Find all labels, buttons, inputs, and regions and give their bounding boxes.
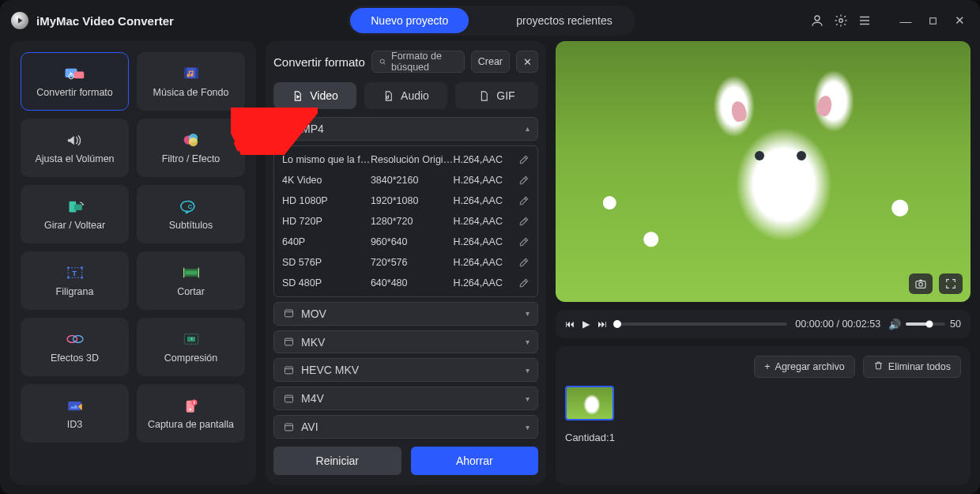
save-button[interactable]: Ahorrar [411, 447, 539, 475]
volume-slider[interactable] [906, 322, 945, 326]
preset-name: HD 1080P [282, 195, 371, 206]
fullscreen-button[interactable] [939, 273, 963, 294]
svg-rect-7 [184, 68, 187, 79]
svg-rect-23 [185, 271, 197, 275]
edit-preset-icon[interactable] [512, 175, 530, 186]
recent-projects-tab[interactable]: proyectos recientes [496, 8, 632, 33]
snapshot-button[interactable] [909, 273, 933, 294]
tool-id3[interactable]: ID3 [21, 384, 129, 443]
delete-all-button[interactable]: Eliminar todos [863, 356, 961, 378]
preset-codec: H.264,AAC [453, 195, 512, 206]
tool-cut[interactable]: Cortar [137, 251, 245, 310]
volume-icon [63, 131, 87, 149]
format-group-hevc-mkv[interactable]: HEVC MKV▾ [273, 358, 538, 382]
close-button[interactable]: ✕ [950, 11, 969, 30]
edit-preset-icon[interactable] [512, 195, 530, 206]
reset-button[interactable]: Reiniciar [273, 447, 401, 475]
format-search-input[interactable]: Formato de búsqued [371, 51, 465, 73]
tab-gif[interactable]: GIF [455, 82, 538, 109]
preset-name: Lo mismo que la fu... [282, 154, 371, 165]
preset-codec: H.264,AAC [453, 277, 512, 288]
svg-point-18 [67, 267, 70, 270]
edit-preset-icon[interactable] [512, 236, 530, 247]
preset-row[interactable]: 640P 960*640 H.264,AAC [274, 232, 537, 252]
edit-preset-icon[interactable] [512, 154, 530, 165]
preset-name: 640P [282, 236, 371, 247]
filter-icon [179, 131, 203, 149]
preset-row[interactable]: SD 480P 640*480 H.264,AAC [274, 273, 537, 293]
tool-compress[interactable]: Compresión [137, 318, 245, 376]
svg-rect-35 [285, 126, 292, 133]
format-icon [282, 420, 295, 433]
next-button[interactable]: ⏭ [597, 319, 607, 330]
search-placeholder: Formato de búsqued [391, 51, 458, 73]
tool-watermark[interactable]: T Filigrana [21, 251, 129, 310]
preset-row[interactable]: SD 576P 720*576 H.264,AAC [274, 252, 537, 273]
video-file-icon [292, 90, 303, 102]
tab-audio[interactable]: Audio [364, 82, 447, 109]
new-project-tab[interactable]: Nuevo proyecto [350, 8, 469, 33]
close-panel-button[interactable]: ✕ [516, 51, 538, 73]
preset-row[interactable]: 4K Video 3840*2160 H.264,AAC [274, 170, 537, 190]
svg-point-1 [839, 19, 843, 23]
tool-screen[interactable]: Captura de pantalla [137, 384, 245, 443]
queue-item[interactable] [565, 386, 614, 420]
edit-preset-icon[interactable] [512, 257, 530, 268]
preset-row[interactable]: HD 720P 1280*720 H.264,AAC [274, 211, 537, 232]
tool-subtitles[interactable]: C Subtítulos [137, 185, 245, 243]
format-group-mkv[interactable]: MKV▾ [273, 330, 538, 354]
svg-rect-2 [929, 17, 936, 24]
volume-icon[interactable]: 🔊 [888, 319, 901, 330]
tool-filter[interactable]: Filtro / Efecto [137, 119, 245, 177]
edit-preset-icon[interactable] [512, 216, 530, 227]
menu-icon[interactable] [857, 13, 873, 28]
preset-list: Lo mismo que la fu... Resolución Origina… [273, 145, 538, 297]
tool-fx3d[interactable]: Efectos 3D [21, 318, 129, 376]
preset-name: SD 576P [282, 257, 371, 268]
prev-button[interactable]: ⏮ [565, 319, 575, 330]
preset-name: 4K Video [282, 175, 371, 186]
video-preview[interactable] [556, 41, 971, 302]
seek-slider[interactable] [615, 322, 787, 326]
svg-rect-4 [74, 72, 84, 79]
format-group-m4v[interactable]: M4V▾ [273, 387, 538, 410]
player-controls: ⏮ ▶ ⏭ 00:00:00 / 00:02:53 🔊 50 [556, 310, 971, 338]
format-icon [282, 307, 295, 320]
play-triangle-icon [15, 16, 24, 25]
format-group-avi[interactable]: AVI▾ [273, 415, 538, 439]
preset-row[interactable]: Lo mismo que la fu... Resolución Origina… [274, 149, 537, 170]
format-group-mov[interactable]: MOV▾ [273, 302, 538, 326]
account-icon[interactable] [809, 13, 825, 28]
preset-codec: H.264,AAC [453, 257, 512, 268]
chevron-up-icon: ▴ [526, 124, 530, 133]
preset-row[interactable]: HD 1080P 1920*1080 H.264,AAC [274, 190, 537, 211]
camera-icon [914, 277, 927, 290]
tool-label: Girar / Voltear [44, 220, 105, 231]
format-icon [282, 364, 295, 376]
svg-point-19 [81, 267, 83, 270]
add-file-button[interactable]: + Agregar archivo [754, 356, 855, 378]
gif-file-icon [478, 90, 490, 102]
plus-icon: + [764, 361, 770, 372]
preset-resolution: 960*640 [371, 236, 453, 247]
preset-resolution: 3840*2160 [371, 175, 453, 186]
tool-convert[interactable]: Convertir formato [21, 52, 129, 111]
tab-video[interactable]: Video [273, 82, 356, 109]
edit-preset-icon[interactable] [512, 277, 530, 288]
tool-label: Filtro / Efecto [162, 153, 220, 164]
play-button[interactable]: ▶ [582, 319, 590, 330]
create-format-button[interactable]: Crear [471, 51, 510, 73]
convert-icon [63, 65, 87, 82]
tool-label: Convertir formato [36, 87, 113, 98]
format-group-mp4[interactable]: MP4▴ [273, 117, 538, 141]
tool-rotate[interactable]: Girar / Voltear [21, 185, 129, 243]
maximize-button[interactable] [923, 11, 942, 30]
settings-icon[interactable] [833, 13, 849, 28]
tool-volume[interactable]: Ajusta el Volúmen [21, 119, 129, 177]
svg-rect-8 [195, 68, 198, 79]
search-icon [379, 56, 386, 67]
tool-music[interactable]: Música de Fondo [137, 52, 245, 111]
minimize-button[interactable]: ― [896, 11, 915, 30]
preset-resolution: 1280*720 [371, 216, 453, 227]
svg-point-21 [81, 277, 83, 279]
